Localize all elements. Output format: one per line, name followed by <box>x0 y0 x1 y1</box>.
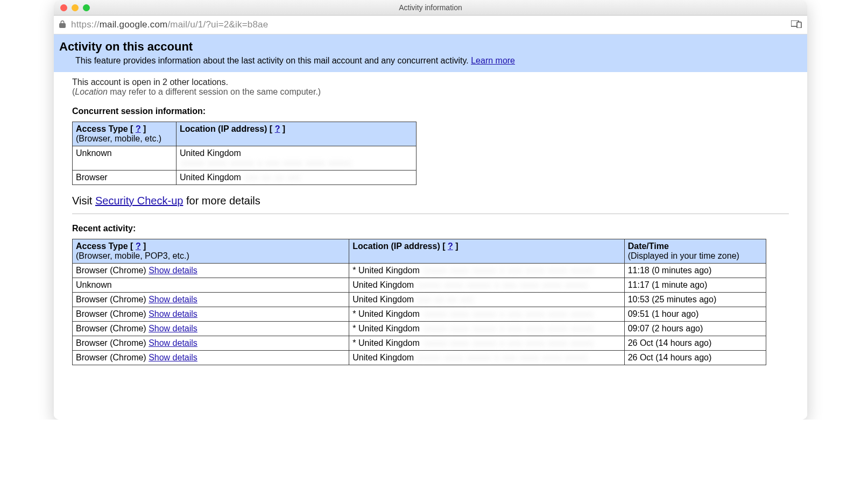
redacted-ip: (xxxx xxxx xxxxx x xxx xxxx xxxx xxxx) <box>424 266 594 275</box>
learn-more-link[interactable]: Learn more <box>471 56 515 65</box>
show-details-link[interactable]: Show details <box>149 353 197 362</box>
titlebar: Activity information <box>54 0 807 16</box>
cell-location: United Kingdom (xxxx xxxx xxxxx x xxx xx… <box>177 146 417 171</box>
close-window-button[interactable] <box>60 4 67 11</box>
cell-location: * United Kingdom (xxxx xxxx xxxxx x xxx … <box>349 264 624 278</box>
cell-access-type: Unknown <box>73 278 349 293</box>
cell-access-type: Browser (Chrome) Show details <box>73 322 349 336</box>
table-row: Browser (Chrome) Show details* United Ki… <box>73 322 766 336</box>
cell-location: United Kingdom (xx xx xx xx) <box>349 293 624 307</box>
redacted-ip: (xx xx xx xx) <box>245 173 301 182</box>
show-details-link[interactable]: Show details <box>149 295 197 304</box>
cell-location: United Kingdom (xxxx xxxx xxxxx x xxx xx… <box>349 278 624 293</box>
redacted-ip: (xxxx xxxx xxxxx x xxx xxxx xxxx xxxx) <box>424 339 594 347</box>
address-bar: https://mail.google.com/mail/u/1/?ui=2&i… <box>54 16 807 34</box>
col-datetime-label: Date/Time <box>628 242 669 251</box>
location-help-link[interactable]: ? <box>275 124 280 133</box>
show-details-link[interactable]: Show details <box>149 266 197 275</box>
cell-access-type: Browser (Chrome) Show details <box>73 264 349 278</box>
col-access-type-sub: (Browser, mobile, etc.) <box>76 134 173 144</box>
url-path: /mail/u/1/?ui=2&ik=b8ae <box>167 19 268 30</box>
page-banner: Activity on this account This feature pr… <box>54 34 807 72</box>
security-checkup-line: Visit Security Check-up for more details <box>72 195 789 207</box>
url-display[interactable]: https://mail.google.com/mail/u/1/?ui=2&i… <box>71 19 786 30</box>
redacted-ip: (xxxx xxxx xxxxx x xxx xxxx xxxx xxxx) <box>424 310 594 318</box>
access-type-help-link[interactable]: ? <box>136 124 141 133</box>
cell-datetime: 10:53 (25 minutes ago) <box>624 293 766 307</box>
bracket-open: [ <box>130 124 136 133</box>
cell-datetime: 09:07 (2 hours ago) <box>624 322 766 336</box>
window-title: Activity information <box>54 3 807 12</box>
cell-datetime: 26 Oct (14 hours ago) <box>624 351 766 365</box>
col-datetime: Date/Time (Displayed in your time zone) <box>624 239 766 264</box>
cell-datetime: 26 Oct (14 hours ago) <box>624 336 766 351</box>
cell-location: * United Kingdom (xxxx xxxx xxxxx x xxx … <box>349 322 624 336</box>
col-location-label: Location (IP address) <box>352 242 440 251</box>
checkup-suffix: for more details <box>183 195 260 207</box>
responsive-design-icon[interactable] <box>791 20 802 30</box>
col-access-type-label: Access Type <box>76 242 128 251</box>
traffic-lights <box>54 4 90 11</box>
cell-location: * United Kingdom (xxxx xxxx xxxxx x xxx … <box>349 307 624 322</box>
table-row: Browser (Chrome) Show details* United Ki… <box>73 307 766 322</box>
col-location: Location (IP address) [ ? ] <box>177 122 417 146</box>
window: Activity information https://mail.google… <box>54 0 807 420</box>
url-scheme: https:// <box>71 19 100 30</box>
cell-datetime: 11:17 (1 minute ago) <box>624 278 766 293</box>
checkup-prefix: Visit <box>72 195 95 207</box>
table-row: Browser (Chrome) Show details* United Ki… <box>73 336 766 351</box>
table-row: Browser (Chrome) Show detailsUnited King… <box>73 351 766 365</box>
open-locations-notice: This account is open in 2 other location… <box>72 77 789 87</box>
recent-activity-heading: Recent activity: <box>72 224 789 233</box>
show-details-link[interactable]: Show details <box>149 324 197 333</box>
redacted-ip: (xxxx xxxx xxxxx x xxx xxxx xxxx xxxx) <box>419 353 589 362</box>
minimize-window-button[interactable] <box>72 4 79 11</box>
security-checkup-link[interactable]: Security Check-up <box>95 195 183 207</box>
location-em: Location <box>75 87 108 96</box>
recent-location-help-link[interactable]: ? <box>448 242 453 251</box>
table-row: Browser (Chrome) Show details* United Ki… <box>73 264 766 278</box>
banner-description: This feature provides information about … <box>75 56 802 66</box>
banner-subtext: This feature provides information about … <box>75 56 471 65</box>
table-row: Unknown United Kingdom (xxxx xxxx xxxxx … <box>73 278 766 293</box>
cell-location: United Kingdom (xxxx xxxx xxxxx x xxx xx… <box>349 351 624 365</box>
recent-access-type-help-link[interactable]: ? <box>136 242 141 251</box>
show-details-link[interactable]: Show details <box>149 338 197 347</box>
cell-access-type: Browser (Chrome) Show details <box>73 336 349 351</box>
bracket-close: ] <box>141 242 146 251</box>
bracket-close: ] <box>280 124 285 133</box>
cell-location: * United Kingdom (xxxx xxxx xxxxx x xxx … <box>349 336 624 351</box>
cell-access-type: Browser (Chrome) Show details <box>73 307 349 322</box>
bracket-open: [ <box>270 124 275 133</box>
col-access-type-sub: (Browser, mobile, POP3, etc.) <box>76 251 345 261</box>
page-title: Activity on this account <box>59 40 802 54</box>
redacted-ip: (xxxx xxxx xxxxx x xxx xxxx xxxx xxxx) <box>182 159 352 167</box>
lock-icon <box>59 20 66 30</box>
bracket-close: ] <box>141 124 146 133</box>
cell-location: United Kingdom (xx xx xx xx) <box>177 171 417 185</box>
section-divider <box>72 214 789 214</box>
redacted-ip: (xxxx xxxx xxxxx x xxx xxxx xxxx xxxx) <box>419 281 589 289</box>
bracket-close: ] <box>453 242 458 251</box>
location-rest: may refer to a different session on the … <box>108 87 321 96</box>
cell-access-type: Unknown <box>73 146 177 171</box>
page-viewport: Activity on this account This feature pr… <box>54 34 807 420</box>
col-access-type-label: Access Type <box>76 124 128 133</box>
url-host: mail.google.com <box>100 19 168 30</box>
recent-activity-table: Access Type [ ? ] (Browser, mobile, POP3… <box>72 239 766 365</box>
cell-datetime: 09:51 (1 hour ago) <box>624 307 766 322</box>
table-row: UnknownUnited Kingdom (xxxx xxxx xxxxx x… <box>73 146 417 171</box>
concurrent-heading: Concurrent session information: <box>72 107 789 116</box>
redacted-ip: (xxxx xxxx xxxxx x xxx xxxx xxxx xxxx) <box>424 324 594 333</box>
table-row: BrowserUnited Kingdom (xx xx xx xx) <box>73 171 417 185</box>
maximize-window-button[interactable] <box>83 4 90 11</box>
cell-access-type: Browser (Chrome) Show details <box>73 293 349 307</box>
show-details-link[interactable]: Show details <box>149 309 197 318</box>
open-locations-subnote: (Location may refer to a different sessi… <box>72 87 789 97</box>
cell-datetime: 11:18 (0 minutes ago) <box>624 264 766 278</box>
col-datetime-sub: (Displayed in your time zone) <box>628 251 763 261</box>
col-location-label: Location (IP address) <box>180 124 267 133</box>
main-content: This account is open in 2 other location… <box>54 72 807 365</box>
concurrent-sessions-table: Access Type [ ? ] (Browser, mobile, etc.… <box>72 122 417 185</box>
cell-access-type: Browser <box>73 171 177 185</box>
